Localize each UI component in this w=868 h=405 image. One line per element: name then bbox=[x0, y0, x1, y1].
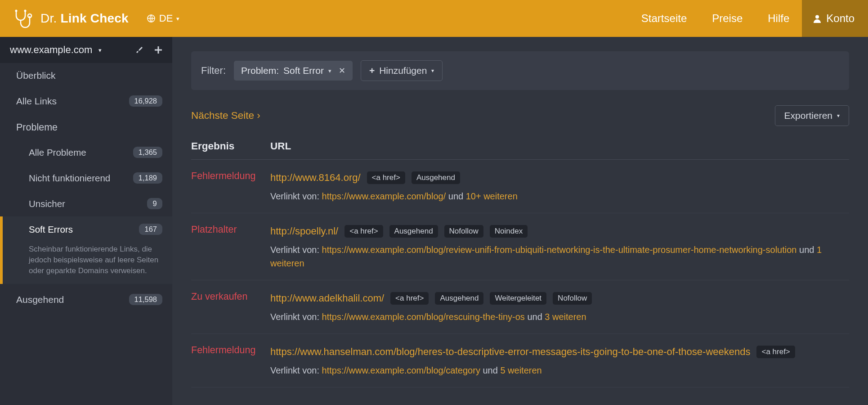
filter-chip-value: Soft Error bbox=[283, 65, 324, 76]
linked-from-source[interactable]: https://www.example.com/blog/review-unif… bbox=[322, 245, 797, 255]
language-switcher[interactable]: DE ▾ bbox=[147, 13, 180, 24]
table-row: Fehlermeldunghttps://www.hanselman.com/b… bbox=[191, 334, 849, 387]
sidebar-overview[interactable]: Überblick bbox=[0, 63, 172, 88]
link-tag: Nofollow bbox=[553, 292, 592, 305]
linked-from-more[interactable]: 10+ weiteren bbox=[466, 191, 518, 201]
link-tag: Ausgehend bbox=[435, 292, 483, 305]
logo[interactable]: Dr. Link Check bbox=[0, 9, 129, 28]
result-url[interactable]: http://spoelly.nl/ bbox=[270, 224, 338, 238]
link-tag: Ausgehend bbox=[389, 225, 438, 238]
chevron-down-icon: ▾ bbox=[837, 112, 840, 119]
sidebar-item-label: Nicht funktionierend bbox=[29, 173, 110, 184]
language-label: DE bbox=[159, 13, 173, 24]
count-badge: 11,598 bbox=[129, 294, 162, 305]
table-row: Fehlermeldunghttp://www.8164.org/<a href… bbox=[191, 160, 849, 213]
linked-from-source[interactable]: https://www.example.com/blog/ bbox=[322, 191, 446, 201]
count-badge: 9 bbox=[147, 198, 162, 209]
sidebar-item-label: Alle Links bbox=[16, 96, 57, 107]
svg-point-1 bbox=[24, 10, 27, 12]
result-url[interactable]: http://www.adelkhalil.com/ bbox=[270, 291, 384, 306]
nav-pricing[interactable]: Preise bbox=[699, 0, 755, 37]
linked-from: Verlinkt von: https://www.example.com/bl… bbox=[270, 243, 849, 270]
add-filter-button[interactable]: + Hinzufügen ▾ bbox=[361, 60, 443, 81]
result-type: Zu verkaufen bbox=[191, 291, 270, 324]
filter-chip-problem[interactable]: Problem: Soft Error ▾ ✕ bbox=[234, 61, 353, 81]
linked-from: Verlinkt von: https://www.example.com/bl… bbox=[270, 189, 849, 203]
chevron-down-icon: ▾ bbox=[98, 47, 102, 54]
linked-from-label: Verlinkt von: bbox=[270, 245, 322, 255]
link-tag: <a href> bbox=[756, 346, 795, 358]
sidebar-problems-unsafe[interactable]: Unsicher 9 bbox=[0, 191, 172, 216]
sidebar-item-label: Ausgehend bbox=[16, 294, 64, 305]
filter-chip-key: Problem: bbox=[241, 65, 279, 76]
result-type: Fehlermeldung bbox=[191, 345, 270, 377]
filter-label: Filter: bbox=[201, 65, 226, 76]
plus-icon: + bbox=[369, 65, 375, 76]
linked-from: Verlinkt von: https://www.example.com/bl… bbox=[270, 364, 849, 377]
sidebar-item-label: Soft Errors bbox=[29, 224, 73, 235]
app-header: Dr. Link Check DE ▾ Startseite Preise Hi… bbox=[0, 0, 868, 37]
close-icon[interactable]: ✕ bbox=[339, 66, 345, 76]
site-selector[interactable]: www.example.com ▾ bbox=[0, 37, 172, 63]
main-content: Filter: Problem: Soft Error ▾ ✕ + Hinzuf… bbox=[172, 37, 868, 405]
count-badge: 16,928 bbox=[129, 95, 162, 107]
and-word: und bbox=[446, 191, 465, 201]
count-badge: 1,365 bbox=[133, 147, 162, 158]
column-url: URL bbox=[270, 140, 849, 152]
link-tag: Weitergeleitet bbox=[490, 292, 546, 305]
table-header: Ergebnis URL bbox=[191, 140, 849, 160]
sidebar-problems-broken[interactable]: Nicht funktionierend 1,189 bbox=[0, 165, 172, 191]
linked-from-source[interactable]: https://www.example.com/blog/category bbox=[322, 365, 480, 375]
nav-account[interactable]: Konto bbox=[802, 0, 868, 37]
export-button[interactable]: Exportieren ▾ bbox=[775, 105, 849, 126]
result-url[interactable]: https://www.hanselman.com/blog/heres-to-… bbox=[270, 345, 750, 359]
sidebar-problems-all[interactable]: Alle Probleme 1,365 bbox=[0, 140, 172, 165]
sidebar-item-description: Scheinbar funktionierende Links, die jed… bbox=[0, 242, 172, 276]
result-url[interactable]: http://www.8164.org/ bbox=[270, 171, 361, 185]
and-word: und bbox=[796, 245, 816, 255]
user-icon bbox=[813, 14, 822, 23]
link-tag: <a href> bbox=[367, 171, 405, 184]
add-filter-label: Hinzufügen bbox=[379, 65, 427, 76]
svg-rect-6 bbox=[155, 50, 162, 51]
link-tag: Nofollow bbox=[444, 225, 483, 238]
table-row: Zu verkaufenhttp://www.adelkhalil.com/<a… bbox=[191, 280, 849, 334]
sidebar-section-problems: Probleme bbox=[0, 114, 172, 140]
svg-point-0 bbox=[15, 10, 18, 12]
logo-prefix: Dr. bbox=[40, 11, 57, 25]
nav-account-label: Konto bbox=[826, 12, 855, 25]
url-cell: https://www.hanselman.com/blog/heres-to-… bbox=[270, 345, 849, 377]
chevron-down-icon: ▾ bbox=[328, 68, 331, 74]
svg-point-2 bbox=[28, 14, 31, 18]
sidebar-all-links[interactable]: Alle Links 16,928 bbox=[0, 88, 172, 114]
count-badge: 1,189 bbox=[133, 172, 162, 184]
settings-icon[interactable] bbox=[135, 46, 143, 54]
linked-from-label: Verlinkt von: bbox=[270, 365, 322, 375]
url-cell: http://www.adelkhalil.com/<a href>Ausgeh… bbox=[270, 291, 849, 324]
result-type: Fehlermeldung bbox=[191, 171, 270, 203]
table-row: Platzhalterhttp://spoelly.nl/<a href>Aus… bbox=[191, 213, 849, 280]
stethoscope-icon bbox=[13, 9, 32, 28]
sidebar-item-label: Überblick bbox=[16, 70, 56, 81]
add-site-icon[interactable] bbox=[154, 46, 162, 54]
sidebar: www.example.com ▾ Überblick Alle Links 1… bbox=[0, 37, 172, 405]
linked-from-source[interactable]: https://www.example.com/blog/rescuing-th… bbox=[322, 312, 525, 322]
site-name: www.example.com bbox=[10, 44, 92, 56]
chevron-down-icon: ▾ bbox=[431, 68, 434, 74]
nav-home[interactable]: Startseite bbox=[629, 0, 699, 37]
export-label: Exportieren bbox=[784, 110, 832, 121]
logo-text: Dr. Link Check bbox=[40, 11, 129, 26]
results-list: Fehlermeldunghttp://www.8164.org/<a href… bbox=[191, 160, 849, 387]
next-page-link[interactable]: Nächste Seite › bbox=[191, 110, 260, 122]
chevron-down-icon: ▾ bbox=[176, 15, 179, 22]
nav-help[interactable]: Hilfe bbox=[755, 0, 802, 37]
svg-point-4 bbox=[815, 15, 819, 19]
linked-from-more[interactable]: 3 weiteren bbox=[545, 312, 586, 322]
linked-from: Verlinkt von: https://www.example.com/bl… bbox=[270, 310, 849, 324]
sidebar-problems-soft-active[interactable]: Soft Errors 167 Scheinbar funktionierend… bbox=[0, 216, 172, 284]
top-nav: Startseite Preise Hilfe Konto bbox=[629, 0, 868, 37]
count-badge: 167 bbox=[139, 224, 162, 235]
sidebar-outgoing[interactable]: Ausgehend 11,598 bbox=[0, 284, 172, 312]
filter-bar: Filter: Problem: Soft Error ▾ ✕ + Hinzuf… bbox=[191, 51, 849, 90]
linked-from-more[interactable]: 5 weiteren bbox=[500, 365, 541, 375]
